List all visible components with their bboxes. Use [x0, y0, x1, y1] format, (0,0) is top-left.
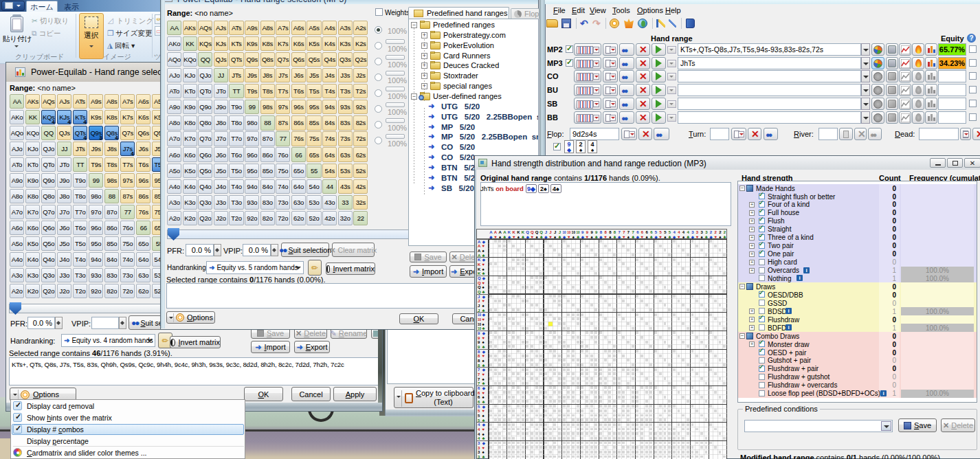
- svg-text:♣: ♣: [669, 235, 671, 239]
- svg-text:10: 10: [563, 231, 567, 234]
- svg-text:Q: Q: [539, 230, 543, 234]
- svg-text:◆: ◆: [489, 235, 493, 239]
- svg-text:Q: Q: [526, 230, 529, 234]
- svg-text:A: A: [478, 244, 481, 248]
- svg-text:♣: ♣: [482, 455, 485, 459]
- svg-text:Q: Q: [478, 276, 481, 280]
- svg-text:4: 4: [478, 432, 480, 436]
- svg-text:◆: ◆: [691, 235, 694, 239]
- svg-text:Q: Q: [535, 230, 539, 234]
- svg-text:♠: ♠: [482, 285, 485, 289]
- svg-text:◆: ◆: [563, 235, 566, 239]
- svg-text:K: K: [522, 230, 525, 234]
- svg-text:4: 4: [478, 423, 480, 427]
- svg-text:♠: ♠: [482, 340, 485, 344]
- svg-text:10: 10: [478, 318, 482, 322]
- svg-text:♣: ♣: [650, 235, 653, 239]
- svg-text:♣: ♣: [522, 235, 524, 239]
- svg-text:Q: Q: [478, 290, 481, 294]
- svg-text:♠: ♠: [482, 249, 485, 253]
- svg-text:◆: ◆: [673, 235, 676, 239]
- svg-text:J: J: [478, 304, 480, 308]
- svg-text:◆: ◆: [526, 235, 529, 239]
- svg-text:5: 5: [478, 409, 480, 413]
- svg-text:♣: ♣: [724, 235, 726, 239]
- svg-text:◆: ◆: [482, 441, 486, 445]
- svg-text:♥: ♥: [482, 372, 485, 377]
- svg-text:◆: ◆: [636, 235, 639, 239]
- svg-text:9: 9: [478, 345, 480, 349]
- svg-text:Q: Q: [531, 230, 534, 234]
- svg-text:K: K: [478, 258, 481, 262]
- svg-text:♥: ♥: [531, 235, 534, 239]
- svg-text:8: 8: [478, 363, 480, 368]
- svg-text:♠: ♠: [482, 432, 485, 436]
- svg-text:♣: ♣: [577, 235, 579, 239]
- svg-text:♥: ♥: [482, 281, 485, 285]
- svg-text:5: 5: [478, 418, 480, 423]
- svg-text:◆: ◆: [599, 235, 603, 239]
- svg-text:◆: ◆: [482, 258, 486, 262]
- svg-text:◆: ◆: [482, 386, 486, 390]
- svg-text:◆: ◆: [482, 240, 486, 244]
- svg-text:♥: ♥: [623, 235, 625, 239]
- svg-text:5: 5: [478, 414, 480, 418]
- svg-text:♥: ♥: [482, 262, 485, 267]
- svg-text:◆: ◆: [482, 331, 486, 335]
- svg-text:A: A: [478, 254, 481, 258]
- svg-text:♥: ♥: [678, 235, 680, 239]
- svg-text:10: 10: [572, 231, 576, 234]
- svg-text:7: 7: [478, 372, 480, 377]
- svg-text:♥: ♥: [482, 354, 485, 358]
- svg-text:♥: ♥: [696, 235, 699, 239]
- svg-text:8: 8: [478, 354, 480, 358]
- svg-text:♥: ♥: [494, 235, 497, 239]
- svg-text:◆: ◆: [482, 276, 486, 280]
- svg-text:◆: ◆: [618, 235, 621, 239]
- svg-text:♥: ♥: [513, 235, 515, 239]
- svg-text:A: A: [478, 240, 481, 244]
- svg-text:♠: ♠: [482, 450, 485, 454]
- svg-text:J: J: [478, 295, 480, 299]
- svg-text:♠: ♠: [482, 322, 485, 326]
- svg-text:♥: ♥: [482, 446, 485, 450]
- svg-text:6: 6: [478, 400, 480, 404]
- svg-text:♥: ♥: [482, 427, 485, 432]
- svg-text:6: 6: [478, 395, 480, 399]
- svg-text:K: K: [517, 230, 520, 234]
- svg-text:♥: ♥: [482, 409, 485, 413]
- svg-text:♣: ♣: [482, 309, 485, 313]
- svg-text:J: J: [549, 230, 551, 234]
- svg-text:8: 8: [478, 359, 480, 363]
- svg-text:10: 10: [478, 313, 482, 317]
- svg-text:♣: ♣: [632, 235, 634, 239]
- svg-text:A: A: [489, 230, 493, 234]
- svg-text:♥: ♥: [568, 235, 570, 239]
- svg-text:10: 10: [577, 231, 581, 234]
- svg-text:♣: ♣: [558, 235, 561, 239]
- svg-text:◆: ◆: [581, 235, 584, 239]
- svg-text:◆: ◆: [482, 313, 486, 317]
- svg-text:♣: ♣: [482, 381, 485, 385]
- svg-text:♥: ♥: [482, 244, 485, 248]
- svg-text:♠: ♠: [482, 304, 485, 308]
- svg-text:3: 3: [478, 450, 480, 454]
- svg-text:♣: ♣: [503, 235, 506, 239]
- svg-text:A: A: [503, 230, 506, 234]
- svg-text:3: 3: [478, 446, 480, 450]
- svg-text:K: K: [513, 230, 516, 234]
- svg-text:◆: ◆: [709, 235, 713, 239]
- svg-text:◆: ◆: [482, 350, 486, 354]
- svg-text:Q: Q: [478, 281, 481, 285]
- svg-text:♣: ♣: [482, 345, 485, 349]
- svg-text:10: 10: [478, 327, 482, 331]
- svg-text:♥: ♥: [549, 235, 552, 239]
- svg-text:◆: ◆: [508, 235, 511, 239]
- svg-text:♣: ♣: [482, 290, 485, 294]
- svg-text:7: 7: [478, 368, 480, 372]
- svg-text:◆: ◆: [482, 405, 486, 409]
- svg-text:◆: ◆: [482, 368, 486, 372]
- svg-text:♣: ♣: [705, 235, 708, 239]
- svg-text:♣: ♣: [482, 254, 485, 258]
- svg-text:4: 4: [478, 427, 480, 432]
